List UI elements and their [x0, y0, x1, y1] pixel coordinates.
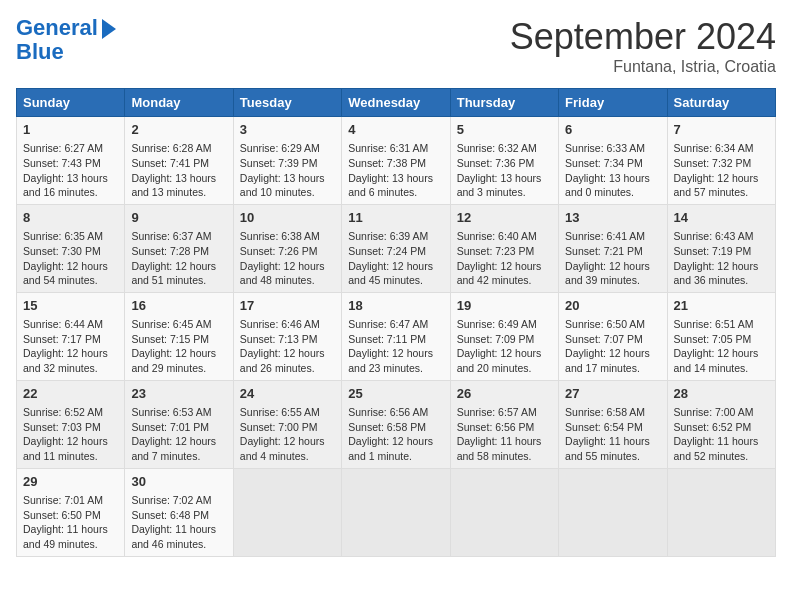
sunrise-text: Sunrise: 6:39 AM — [348, 229, 443, 244]
day-number: 27 — [565, 385, 660, 403]
day-number: 17 — [240, 297, 335, 315]
sunrise-text: Sunrise: 6:41 AM — [565, 229, 660, 244]
sunset-text: Sunset: 7:28 PM — [131, 244, 226, 259]
daylight-text: Daylight: 12 hours and 17 minutes. — [565, 346, 660, 375]
calendar-week-row: 1Sunrise: 6:27 AMSunset: 7:43 PMDaylight… — [17, 117, 776, 205]
sunset-text: Sunset: 7:15 PM — [131, 332, 226, 347]
daylight-text: Daylight: 12 hours and 1 minute. — [348, 434, 443, 463]
sunset-text: Sunset: 7:11 PM — [348, 332, 443, 347]
daylight-text: Daylight: 12 hours and 57 minutes. — [674, 171, 769, 200]
calendar-week-row: 8Sunrise: 6:35 AMSunset: 7:30 PMDaylight… — [17, 204, 776, 292]
calendar-day-cell: 6Sunrise: 6:33 AMSunset: 7:34 PMDaylight… — [559, 117, 667, 205]
logo-text: General — [16, 16, 98, 40]
sunset-text: Sunset: 7:41 PM — [131, 156, 226, 171]
sunrise-text: Sunrise: 6:49 AM — [457, 317, 552, 332]
day-number: 16 — [131, 297, 226, 315]
sunrise-text: Sunrise: 6:27 AM — [23, 141, 118, 156]
sunset-text: Sunset: 7:38 PM — [348, 156, 443, 171]
calendar-day-cell: 19Sunrise: 6:49 AMSunset: 7:09 PMDayligh… — [450, 292, 558, 380]
calendar-day-cell — [450, 468, 558, 556]
calendar-day-cell: 21Sunrise: 6:51 AMSunset: 7:05 PMDayligh… — [667, 292, 775, 380]
header-row: Sunday Monday Tuesday Wednesday Thursday… — [17, 89, 776, 117]
sunrise-text: Sunrise: 6:44 AM — [23, 317, 118, 332]
location-subtitle: Funtana, Istria, Croatia — [510, 58, 776, 76]
col-tuesday: Tuesday — [233, 89, 341, 117]
day-number: 28 — [674, 385, 769, 403]
logo-arrow-icon — [102, 19, 116, 39]
sunrise-text: Sunrise: 6:53 AM — [131, 405, 226, 420]
sunrise-text: Sunrise: 6:33 AM — [565, 141, 660, 156]
sunrise-text: Sunrise: 6:31 AM — [348, 141, 443, 156]
calendar-day-cell: 30Sunrise: 7:02 AMSunset: 6:48 PMDayligh… — [125, 468, 233, 556]
day-number: 13 — [565, 209, 660, 227]
sunset-text: Sunset: 7:34 PM — [565, 156, 660, 171]
sunrise-text: Sunrise: 6:52 AM — [23, 405, 118, 420]
sunset-text: Sunset: 7:24 PM — [348, 244, 443, 259]
calendar-day-cell: 14Sunrise: 6:43 AMSunset: 7:19 PMDayligh… — [667, 204, 775, 292]
calendar-day-cell: 26Sunrise: 6:57 AMSunset: 6:56 PMDayligh… — [450, 380, 558, 468]
calendar-day-cell: 5Sunrise: 6:32 AMSunset: 7:36 PMDaylight… — [450, 117, 558, 205]
sunrise-text: Sunrise: 6:47 AM — [348, 317, 443, 332]
day-number: 14 — [674, 209, 769, 227]
sunrise-text: Sunrise: 6:50 AM — [565, 317, 660, 332]
day-number: 22 — [23, 385, 118, 403]
sunset-text: Sunset: 7:30 PM — [23, 244, 118, 259]
day-number: 30 — [131, 473, 226, 491]
sunrise-text: Sunrise: 6:38 AM — [240, 229, 335, 244]
calendar-day-cell: 18Sunrise: 6:47 AMSunset: 7:11 PMDayligh… — [342, 292, 450, 380]
sunset-text: Sunset: 6:56 PM — [457, 420, 552, 435]
sunset-text: Sunset: 7:39 PM — [240, 156, 335, 171]
month-title: September 2024 — [510, 16, 776, 58]
day-number: 3 — [240, 121, 335, 139]
daylight-text: Daylight: 12 hours and 7 minutes. — [131, 434, 226, 463]
sunrise-text: Sunrise: 6:34 AM — [674, 141, 769, 156]
calendar-day-cell: 24Sunrise: 6:55 AMSunset: 7:00 PMDayligh… — [233, 380, 341, 468]
day-number: 20 — [565, 297, 660, 315]
daylight-text: Daylight: 12 hours and 20 minutes. — [457, 346, 552, 375]
calendar-day-cell — [559, 468, 667, 556]
calendar-day-cell: 1Sunrise: 6:27 AMSunset: 7:43 PMDaylight… — [17, 117, 125, 205]
day-number: 26 — [457, 385, 552, 403]
sunrise-text: Sunrise: 7:01 AM — [23, 493, 118, 508]
sunset-text: Sunset: 6:54 PM — [565, 420, 660, 435]
calendar-day-cell: 4Sunrise: 6:31 AMSunset: 7:38 PMDaylight… — [342, 117, 450, 205]
calendar-day-cell: 15Sunrise: 6:44 AMSunset: 7:17 PMDayligh… — [17, 292, 125, 380]
sunset-text: Sunset: 7:05 PM — [674, 332, 769, 347]
daylight-text: Daylight: 12 hours and 51 minutes. — [131, 259, 226, 288]
daylight-text: Daylight: 12 hours and 4 minutes. — [240, 434, 335, 463]
sunrise-text: Sunrise: 6:35 AM — [23, 229, 118, 244]
sunset-text: Sunset: 6:58 PM — [348, 420, 443, 435]
daylight-text: Daylight: 12 hours and 23 minutes. — [348, 346, 443, 375]
day-number: 12 — [457, 209, 552, 227]
daylight-text: Daylight: 13 hours and 0 minutes. — [565, 171, 660, 200]
day-number: 9 — [131, 209, 226, 227]
day-number: 29 — [23, 473, 118, 491]
calendar-day-cell: 16Sunrise: 6:45 AMSunset: 7:15 PMDayligh… — [125, 292, 233, 380]
daylight-text: Daylight: 12 hours and 48 minutes. — [240, 259, 335, 288]
calendar-day-cell: 17Sunrise: 6:46 AMSunset: 7:13 PMDayligh… — [233, 292, 341, 380]
day-number: 19 — [457, 297, 552, 315]
calendar-day-cell: 29Sunrise: 7:01 AMSunset: 6:50 PMDayligh… — [17, 468, 125, 556]
sunrise-text: Sunrise: 6:55 AM — [240, 405, 335, 420]
sunrise-text: Sunrise: 7:00 AM — [674, 405, 769, 420]
calendar-day-cell: 23Sunrise: 6:53 AMSunset: 7:01 PMDayligh… — [125, 380, 233, 468]
sunset-text: Sunset: 7:21 PM — [565, 244, 660, 259]
col-wednesday: Wednesday — [342, 89, 450, 117]
sunset-text: Sunset: 7:32 PM — [674, 156, 769, 171]
daylight-text: Daylight: 12 hours and 39 minutes. — [565, 259, 660, 288]
daylight-text: Daylight: 13 hours and 13 minutes. — [131, 171, 226, 200]
col-saturday: Saturday — [667, 89, 775, 117]
sunrise-text: Sunrise: 6:32 AM — [457, 141, 552, 156]
sunset-text: Sunset: 6:52 PM — [674, 420, 769, 435]
sunrise-text: Sunrise: 6:51 AM — [674, 317, 769, 332]
daylight-text: Daylight: 13 hours and 6 minutes. — [348, 171, 443, 200]
col-friday: Friday — [559, 89, 667, 117]
calendar-body: 1Sunrise: 6:27 AMSunset: 7:43 PMDaylight… — [17, 117, 776, 557]
col-sunday: Sunday — [17, 89, 125, 117]
calendar-day-cell: 9Sunrise: 6:37 AMSunset: 7:28 PMDaylight… — [125, 204, 233, 292]
calendar-week-row: 15Sunrise: 6:44 AMSunset: 7:17 PMDayligh… — [17, 292, 776, 380]
day-number: 15 — [23, 297, 118, 315]
sunrise-text: Sunrise: 6:56 AM — [348, 405, 443, 420]
title-block: September 2024 Funtana, Istria, Croatia — [510, 16, 776, 76]
sunset-text: Sunset: 7:00 PM — [240, 420, 335, 435]
